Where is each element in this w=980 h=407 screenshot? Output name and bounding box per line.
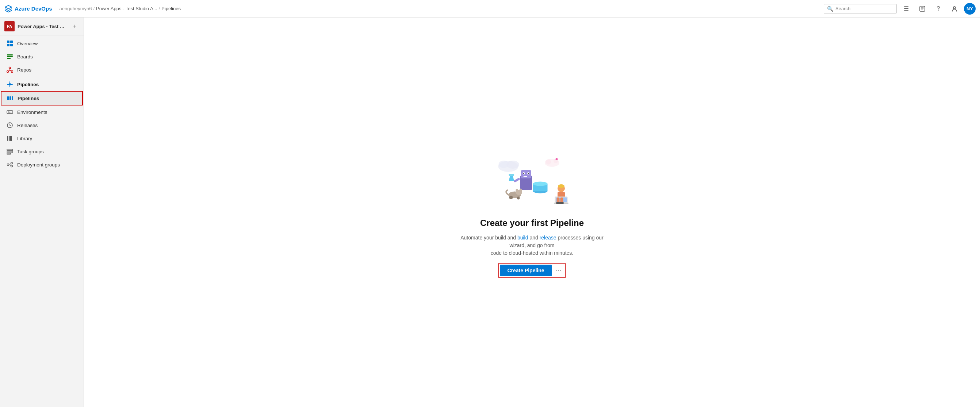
- releases-icon: [6, 122, 14, 129]
- empty-state-description: Automate your build and build and releas…: [459, 234, 605, 257]
- help-icon-button[interactable]: ?: [932, 2, 945, 15]
- add-project-button[interactable]: +: [70, 22, 79, 31]
- search-icon: 🔍: [827, 6, 833, 12]
- environments-icon: [6, 108, 14, 116]
- svg-rect-21: [7, 149, 13, 151]
- task-groups-label: Task groups: [17, 149, 44, 154]
- svg-point-25: [11, 162, 13, 164]
- empty-state: Create your first Pipeline Automate your…: [444, 132, 620, 293]
- sidebar-item-boards[interactable]: Boards: [0, 50, 84, 63]
- svg-point-26: [11, 165, 13, 167]
- svg-marker-42: [509, 176, 514, 181]
- svg-rect-14: [10, 96, 11, 100]
- svg-rect-19: [9, 136, 10, 141]
- svg-point-51: [509, 196, 513, 199]
- sidebar-item-overview[interactable]: Overview: [0, 37, 84, 50]
- topbar-right: 🔍 ☰ ? NY: [824, 2, 975, 15]
- releases-label: Releases: [17, 122, 38, 128]
- main-content: Create your first Pipeline Automate your…: [84, 17, 980, 407]
- sidebar-item-repos[interactable]: Repos: [0, 63, 84, 76]
- svg-rect-15: [12, 96, 13, 100]
- svg-point-52: [517, 197, 520, 200]
- build-link[interactable]: build: [517, 235, 528, 240]
- library-label: Library: [17, 136, 32, 141]
- search-input[interactable]: [835, 6, 894, 11]
- more-options-button[interactable]: ⋯: [553, 264, 564, 277]
- sidebar-item-task-groups[interactable]: Task groups: [0, 145, 84, 158]
- sidebar-item-releases[interactable]: Releases: [0, 119, 84, 132]
- deployment-groups-label: Deployment groups: [17, 162, 60, 167]
- breadcrumb-project: Power Apps - Test Studio A...: [96, 6, 157, 11]
- breadcrumb-sep2: /: [159, 6, 160, 11]
- svg-rect-40: [523, 176, 527, 176]
- overview-label: Overview: [17, 41, 38, 46]
- sidebar: PA Power Apps - Test Stud... + Overview …: [0, 17, 84, 407]
- sidebar-item-pipelines[interactable]: Pipelines: [1, 91, 83, 105]
- svg-rect-3: [10, 41, 13, 43]
- boards-label: Boards: [17, 54, 33, 59]
- topbar: Azure DevOps aenguheymyn6 / Power Apps -…: [0, 0, 980, 17]
- search-box[interactable]: 🔍: [824, 4, 897, 14]
- pipelines-label: Pipelines: [18, 95, 39, 101]
- app-logo: Azure DevOps: [5, 5, 52, 13]
- svg-rect-13: [7, 96, 9, 100]
- svg-rect-23: [7, 153, 11, 154]
- svg-rect-43: [509, 174, 514, 176]
- badge-icon-button[interactable]: [916, 2, 929, 15]
- sidebar-item-deployment-groups[interactable]: Deployment groups: [0, 158, 84, 171]
- action-row: Create Pipeline ⋯: [498, 263, 565, 278]
- pipelines-header-icon: [6, 81, 14, 88]
- app-name: Azure DevOps: [14, 5, 52, 12]
- svg-point-31: [546, 159, 551, 165]
- user-icon-button[interactable]: [948, 2, 961, 15]
- sidebar-project: PA Power Apps - Test Stud... +: [0, 17, 84, 35]
- svg-point-1: [953, 6, 956, 9]
- svg-rect-4: [7, 44, 10, 46]
- project-avatar: PA: [5, 21, 14, 32]
- svg-point-12: [9, 83, 11, 86]
- environments-label: Environments: [17, 110, 48, 115]
- svg-rect-7: [7, 56, 13, 57]
- task-groups-icon: [6, 148, 14, 155]
- svg-point-29: [499, 161, 509, 168]
- user-avatar[interactable]: NY: [964, 3, 975, 14]
- release-link[interactable]: release: [540, 235, 557, 240]
- create-pipeline-button[interactable]: Create Pipeline: [500, 265, 551, 276]
- sidebar-item-environments[interactable]: Environments: [0, 105, 84, 119]
- boards-icon: [6, 53, 14, 60]
- pipeline-illustration: [485, 146, 579, 212]
- svg-rect-6: [7, 54, 13, 56]
- svg-rect-35: [521, 170, 531, 178]
- svg-rect-18: [7, 136, 8, 141]
- breadcrumb-sep1: /: [93, 6, 95, 11]
- empty-state-title: Create your first Pipeline: [480, 218, 584, 228]
- list-icon-button[interactable]: ☰: [900, 2, 913, 15]
- svg-rect-20: [10, 136, 12, 141]
- svg-rect-41: [514, 177, 520, 183]
- sidebar-item-pipelines-header[interactable]: Pipelines: [0, 76, 84, 91]
- deployment-groups-icon: [6, 161, 14, 168]
- overview-icon: [6, 40, 14, 47]
- svg-rect-22: [7, 151, 13, 153]
- svg-point-39: [528, 173, 529, 174]
- repos-icon: [6, 66, 14, 73]
- svg-rect-2: [7, 41, 10, 43]
- breadcrumb-current: Pipelines: [161, 6, 181, 11]
- layout: PA Power Apps - Test Stud... + Overview …: [0, 17, 980, 407]
- repos-label: Repos: [17, 67, 32, 73]
- breadcrumb: aenguheymyn6 / Power Apps - Test Studio …: [59, 6, 821, 11]
- svg-rect-8: [7, 58, 11, 59]
- sidebar-item-library[interactable]: Library: [0, 132, 84, 145]
- breadcrumb-org: aenguheymyn6: [59, 6, 92, 11]
- svg-point-62: [560, 202, 564, 204]
- pipelines-header-label: Pipelines: [17, 82, 39, 87]
- svg-point-38: [523, 173, 524, 174]
- pipelines-icon: [6, 95, 14, 102]
- svg-point-54: [558, 184, 565, 188]
- library-icon: [6, 135, 14, 142]
- svg-point-46: [533, 182, 548, 186]
- sidebar-nav: Overview Boards Repos P: [0, 35, 84, 407]
- svg-point-33: [556, 158, 558, 160]
- svg-rect-5: [10, 44, 13, 46]
- project-name: Power Apps - Test Stud...: [18, 24, 68, 29]
